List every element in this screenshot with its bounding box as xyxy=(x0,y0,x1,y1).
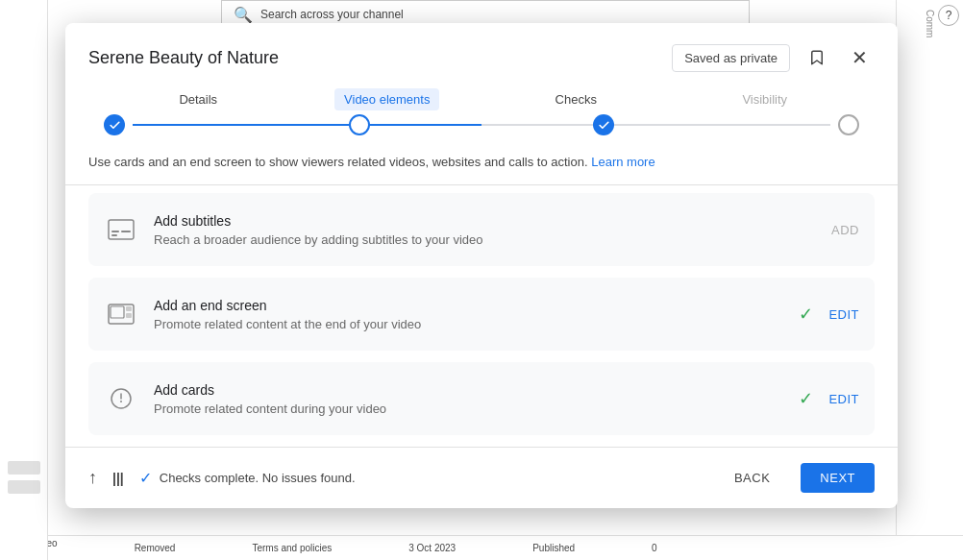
footer-left: ↑ ||| ✓ Checks complete. No issues found… xyxy=(88,468,356,488)
cards-actions: ✓ EDIT xyxy=(799,388,859,409)
end-screen-icon xyxy=(104,297,138,331)
cards-text: Add cards Promote related content during… xyxy=(154,382,783,416)
cards-edit-button[interactable]: EDIT xyxy=(828,392,859,406)
modal-footer: ↑ ||| ✓ Checks complete. No issues found… xyxy=(65,447,898,508)
end-screen-svg xyxy=(108,304,135,325)
bg-col-2: Removed xyxy=(135,543,176,553)
back-button[interactable]: BACK xyxy=(715,463,789,493)
svg-rect-5 xyxy=(111,306,124,318)
close-button[interactable]: ✕ xyxy=(844,42,875,73)
bookmark-icon xyxy=(808,49,826,66)
footer-status: ✓ Checks complete. No issues found. xyxy=(139,469,356,487)
bg-col-4: 3 Oct 2023 xyxy=(408,543,456,553)
svg-rect-1 xyxy=(111,231,119,232)
cards-icon-container xyxy=(104,381,138,416)
modal-title: Serene Beauty of Nature xyxy=(88,48,279,68)
status-text: Checks complete. No issues found. xyxy=(160,471,356,485)
footer-right: BACK NEXT xyxy=(715,463,875,493)
step-details-label: Details xyxy=(104,92,293,107)
svg-rect-6 xyxy=(126,306,132,311)
search-icon: 🔍 xyxy=(234,6,253,24)
close-icon: ✕ xyxy=(852,48,868,67)
svg-rect-3 xyxy=(111,234,117,236)
learn-more-link[interactable]: Learn more xyxy=(591,155,654,169)
check-icon-2 xyxy=(598,119,610,132)
modal-header: Serene Beauty of Nature Saved as private… xyxy=(65,23,898,85)
bg-sidebar-element2 xyxy=(8,480,40,494)
modal-content: Add subtitles Reach a broader audience b… xyxy=(65,185,898,447)
description-line: Use cards and an end screen to show view… xyxy=(65,151,898,185)
subtitles-text: Add subtitles Reach a broader audience b… xyxy=(154,213,816,247)
cards-card: Add cards Promote related content during… xyxy=(88,362,875,435)
status-check-icon: ✓ xyxy=(139,469,152,487)
step-visibility-label: Visibility xyxy=(671,92,860,107)
upload-icon[interactable]: ↑ xyxy=(88,468,97,488)
end-screen-text: Add an end screen Promote related conten… xyxy=(154,298,783,331)
check-icon xyxy=(109,119,121,132)
help-button[interactable]: ? xyxy=(938,5,959,26)
bookmark-button[interactable] xyxy=(802,42,832,73)
stepper-line-blue-mid xyxy=(298,124,482,126)
steps-labels-row: Details Video elements Checks Visibility xyxy=(104,92,859,107)
bg-bottom-row: First VideoFirst post Removed Terms and … xyxy=(0,535,963,560)
cards-title: Add cards xyxy=(154,382,783,398)
bg-col-6: 0 xyxy=(652,543,657,553)
svg-rect-7 xyxy=(126,313,132,318)
description-text: Use cards and an end screen to show view… xyxy=(88,155,588,169)
step-video-elements-label: Video elements xyxy=(293,92,482,107)
svg-point-10 xyxy=(120,401,122,402)
modal-header-actions: Saved as private ✕ xyxy=(672,42,875,73)
step-video-elements-node xyxy=(349,114,370,135)
step-details-node xyxy=(104,114,125,135)
modal-dialog: Serene Beauty of Nature Saved as private… xyxy=(65,23,898,508)
svg-rect-0 xyxy=(109,220,134,239)
step-checks-node xyxy=(593,114,614,135)
chapters-icon[interactable]: ||| xyxy=(112,471,124,486)
subtitles-actions: ADD xyxy=(831,223,859,237)
cards-check-icon: ✓ xyxy=(799,388,813,409)
end-screen-actions: ✓ EDIT xyxy=(799,304,859,325)
step-checks-label: Checks xyxy=(482,92,671,107)
saved-badge: Saved as private xyxy=(672,44,790,72)
end-screen-check-icon: ✓ xyxy=(799,304,813,325)
end-screen-desc: Promote related content at the end of yo… xyxy=(154,317,783,331)
subtitles-add-button[interactable]: ADD xyxy=(831,223,859,237)
subtitles-icon xyxy=(104,212,138,247)
bg-col-5: Published xyxy=(532,543,575,553)
bg-sidebar-element xyxy=(8,461,40,475)
end-screen-title: Add an end screen xyxy=(154,298,783,313)
subtitles-title: Add subtitles xyxy=(154,213,816,229)
step-visibility-node xyxy=(838,114,859,135)
bg-right-panel: Comm xyxy=(896,0,963,560)
subtitles-desc: Reach a broader audience by adding subti… xyxy=(154,232,816,247)
cards-svg xyxy=(111,388,132,409)
end-screen-edit-button[interactable]: EDIT xyxy=(828,307,859,322)
search-text: Search across your channel xyxy=(260,8,404,21)
next-button[interactable]: NEXT xyxy=(801,463,875,493)
svg-rect-2 xyxy=(121,231,131,232)
stepper: Details Video elements Checks Visibility xyxy=(65,85,898,151)
bg-col-3: Terms and policies xyxy=(252,543,332,553)
subtitles-card: Add subtitles Reach a broader audience b… xyxy=(88,193,875,266)
cards-desc: Promote related content during your vide… xyxy=(154,402,783,416)
bg-sidebar xyxy=(0,0,48,560)
step-video-elements-text: Video elements xyxy=(334,88,439,110)
steps-circles-row xyxy=(104,114,859,135)
subtitles-svg xyxy=(108,219,135,240)
end-screen-card: Add an end screen Promote related conten… xyxy=(88,278,875,351)
bg-right-label: Comm xyxy=(925,10,935,37)
